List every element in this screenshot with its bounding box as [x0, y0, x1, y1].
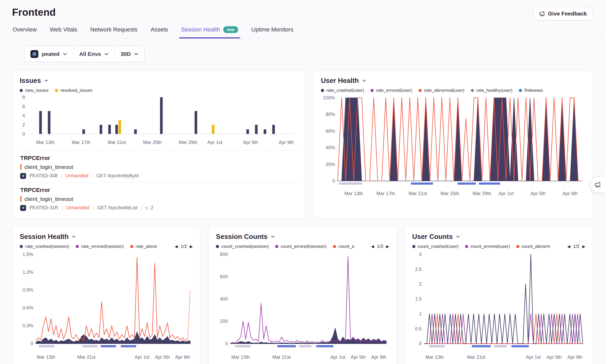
- legend-dot: [20, 89, 23, 92]
- svg-text:Apr 5th: Apr 5th: [155, 354, 170, 360]
- legend-item[interactable]: resolved_issues: [55, 88, 92, 93]
- legend-pager: ◀ 1/3 ▶: [371, 244, 389, 249]
- svg-text:Mar 29th: Mar 29th: [179, 140, 197, 145]
- svg-text:1.5%: 1.5%: [23, 251, 33, 257]
- user-health-legend: rate_crashed(user)rate_errored(user)rate…: [321, 88, 585, 93]
- play-icon: ▷: [146, 205, 149, 210]
- legend-dot: [333, 245, 336, 248]
- issues-chart[interactable]: 86420Mar 13thMar 17thMar 21stMar 25thMar…: [20, 95, 298, 150]
- legend-item[interactable]: rate_abnormal(user): [419, 88, 465, 93]
- legend-label: rate_healthy(user): [476, 88, 513, 93]
- legend-dot: [371, 89, 374, 92]
- give-feedback-button[interactable]: Give Feedback: [533, 7, 593, 20]
- date-range-filter[interactable]: 30D: [114, 46, 144, 62]
- legend-item[interactable]: rate_abnor: [130, 244, 157, 249]
- page-indicator: 1/3: [377, 244, 383, 249]
- prev-page-button[interactable]: ◀: [175, 244, 178, 249]
- svg-text:200: 200: [220, 319, 228, 324]
- chevron-down-icon[interactable]: [362, 79, 366, 82]
- next-page-button[interactable]: ▶: [190, 244, 193, 249]
- legend-item[interactable]: count_errored(user): [465, 244, 510, 249]
- chevron-down-icon[interactable]: [456, 235, 460, 238]
- svg-text:0.5: 0.5: [415, 326, 422, 331]
- tab-assets[interactable]: Assets: [150, 24, 169, 38]
- user-health-chart[interactable]: 100%80%60%40%20%0Mar 13thMar 17thMar 21s…: [321, 95, 585, 199]
- session-counts-panel: Session Counts count_crashed(session)cou…: [208, 226, 397, 364]
- replay-count: ▷2: [146, 205, 153, 211]
- svg-text:Apr 5th: Apr 5th: [243, 140, 258, 145]
- legend-label: rate_crashed(user): [326, 88, 364, 93]
- legend-item[interactable]: count_crashed(user): [412, 244, 459, 249]
- svg-text:Mar 25th: Mar 25th: [441, 191, 459, 196]
- session-counts-chart[interactable]: 8006004002000Mar 13thMar 21stApr 1stApr …: [216, 251, 389, 362]
- legend-item[interactable]: rate_healthy(user): [471, 88, 513, 93]
- megaphone-icon: [594, 181, 601, 188]
- chevron-down-icon[interactable]: [44, 79, 48, 82]
- user-counts-panel-title: User Counts: [412, 233, 453, 241]
- legend-item[interactable]: count_abnorm: [516, 244, 550, 249]
- legend-dot: [76, 245, 79, 248]
- chevron-down-icon: [63, 53, 67, 55]
- legend-dot: [516, 245, 519, 248]
- legend-item[interactable]: count_crashed(session): [216, 244, 269, 249]
- legend-label: rate_crashed(session): [25, 244, 69, 249]
- legend-item[interactable]: count_a: [333, 244, 354, 249]
- feedback-widget-button[interactable]: [590, 176, 605, 193]
- chevron-down-icon[interactable]: [271, 235, 275, 238]
- legend-item[interactable]: rate_errored(session): [76, 244, 124, 249]
- legend-dot: [412, 245, 415, 248]
- project-avatar-icon: [20, 173, 26, 179]
- issue-row[interactable]: TRPCErrorclient_login_timeoutPEATED-31R|…: [20, 182, 298, 214]
- tab-session-health[interactable]: Session Healthnew: [181, 24, 239, 38]
- tab-web-vitals[interactable]: Web Vitals: [49, 24, 78, 38]
- prev-page-button[interactable]: ◀: [567, 244, 570, 249]
- tab-network-requests[interactable]: Network Requests: [90, 24, 138, 38]
- project-filter[interactable]: peated: [24, 46, 73, 62]
- legend-item[interactable]: rate_crashed(session): [20, 244, 69, 249]
- meta-separator: |: [92, 173, 93, 179]
- legend-label: rate_abnor: [136, 244, 157, 249]
- session-counts-panel-title: Session Counts: [216, 233, 267, 241]
- chevron-down-icon[interactable]: [72, 235, 76, 238]
- issue-row[interactable]: TRPCErrorclient_login_timeoutPEATED-348|…: [20, 150, 298, 182]
- svg-text:0.3%: 0.3%: [23, 323, 33, 328]
- svg-text:Mar 13th: Mar 13th: [344, 191, 363, 196]
- session-health-chart[interactable]: 1.5%1.2%0.9%0.6%0.3%0Mar 13thMar 21stApr…: [20, 251, 193, 362]
- legend-item[interactable]: new_issues: [20, 88, 49, 93]
- svg-text:8: 8: [22, 95, 25, 100]
- svg-text:6: 6: [22, 104, 25, 109]
- session-health-legend: rate_crashed(session)rate_errored(sessio…: [20, 244, 171, 249]
- legend-dot: [519, 89, 522, 92]
- legend-item[interactable]: rate_errored(user): [371, 88, 412, 93]
- issue-transaction: GET /trpc/bottleList: [97, 205, 138, 211]
- environment-filter[interactable]: All Envs: [73, 46, 114, 62]
- legend-label: count_errored(user): [471, 244, 510, 249]
- tab-uptime-monitors[interactable]: Uptime Monitors: [251, 24, 294, 38]
- svg-text:Mar 21st: Mar 21st: [108, 140, 126, 145]
- project-avatar-icon: [20, 205, 26, 211]
- svg-text:Mar 13th: Mar 13th: [232, 354, 250, 360]
- user-counts-legend: count_crashed(user)count_errored(user)co…: [412, 244, 564, 249]
- next-page-button[interactable]: ▶: [582, 244, 585, 249]
- svg-text:Mar 17th: Mar 17th: [72, 140, 90, 145]
- svg-text:Mar 21st: Mar 21st: [77, 354, 96, 360]
- next-page-button[interactable]: ▶: [386, 244, 389, 249]
- legend-item[interactable]: Releases: [519, 88, 543, 93]
- svg-text:0: 0: [419, 341, 421, 346]
- svg-text:Mar 17th: Mar 17th: [377, 191, 395, 196]
- issues-panel-title: Issues: [20, 77, 41, 85]
- legend-label: count_crashed(session): [221, 244, 269, 249]
- issue-title[interactable]: TRPCError: [20, 155, 297, 162]
- tab-overview[interactable]: Overview: [12, 24, 37, 38]
- issue-title[interactable]: TRPCError: [20, 187, 297, 194]
- legend-item[interactable]: rate_crashed(user): [321, 88, 364, 93]
- svg-text:Apr 1st: Apr 1st: [135, 354, 149, 360]
- prev-page-button[interactable]: ◀: [371, 244, 374, 249]
- tab-bar: OverviewWeb VitalsNetwork RequestsAssets…: [0, 22, 605, 39]
- environment-filter-value: All Envs: [79, 51, 101, 57]
- user-counts-chart[interactable]: 32.521.510.50Mar 13thMar 21stApr 1stApr …: [412, 251, 585, 362]
- legend-item[interactable]: count_errored(session): [275, 244, 327, 249]
- svg-text:Apr 9th: Apr 9th: [562, 191, 578, 196]
- svg-text:Mar 21st: Mar 21st: [467, 354, 485, 360]
- svg-text:Apr 9th: Apr 9th: [279, 140, 294, 145]
